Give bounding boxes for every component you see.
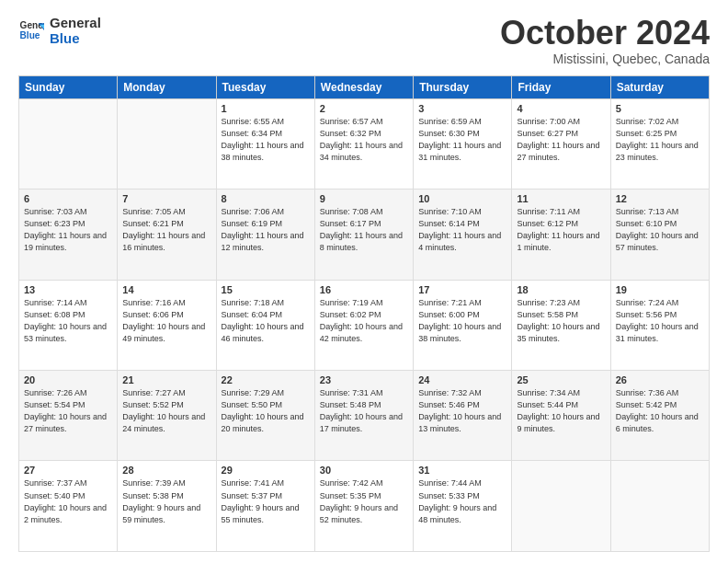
weekday-header-wednesday: Wednesday	[314, 75, 413, 98]
day-number: 3	[418, 103, 506, 114]
day-number: 5	[616, 103, 704, 114]
calendar-cell: 6Sunrise: 7:03 AM Sunset: 6:23 PM Daylig…	[19, 190, 118, 280]
calendar-cell: 29Sunrise: 7:41 AM Sunset: 5:37 PM Dayli…	[216, 461, 314, 552]
calendar-cell: 2Sunrise: 6:57 AM Sunset: 6:32 PM Daylig…	[314, 98, 413, 189]
day-info: Sunrise: 7:42 AM Sunset: 5:35 PM Dayligh…	[320, 477, 408, 525]
calendar-cell: 3Sunrise: 6:59 AM Sunset: 6:30 PM Daylig…	[414, 98, 512, 189]
calendar-cell: 15Sunrise: 7:18 AM Sunset: 6:04 PM Dayli…	[216, 280, 314, 370]
calendar-cell: 21Sunrise: 7:27 AM Sunset: 5:52 PM Dayli…	[118, 371, 216, 461]
calendar-cell: 27Sunrise: 7:37 AM Sunset: 5:40 PM Dayli…	[19, 461, 118, 552]
calendar-cell: 5Sunrise: 7:02 AM Sunset: 6:25 PM Daylig…	[610, 98, 709, 189]
day-info: Sunrise: 6:55 AM Sunset: 6:34 PM Dayligh…	[222, 116, 310, 164]
calendar-cell: 12Sunrise: 7:13 AM Sunset: 6:10 PM Dayli…	[610, 190, 709, 280]
day-number: 27	[24, 465, 112, 476]
week-row-4: 20Sunrise: 7:26 AM Sunset: 5:54 PM Dayli…	[19, 371, 710, 461]
logo: General Blue General Blue	[18, 15, 101, 47]
calendar-body: 1Sunrise: 6:55 AM Sunset: 6:34 PM Daylig…	[19, 98, 710, 551]
day-info: Sunrise: 7:23 AM Sunset: 5:58 PM Dayligh…	[517, 297, 605, 345]
day-number: 1	[222, 103, 310, 114]
day-number: 17	[418, 284, 506, 295]
calendar-cell: 4Sunrise: 7:00 AM Sunset: 6:27 PM Daylig…	[512, 98, 610, 189]
day-number: 14	[122, 284, 210, 295]
calendar-cell: 1Sunrise: 6:55 AM Sunset: 6:34 PM Daylig…	[216, 98, 314, 189]
day-info: Sunrise: 7:34 AM Sunset: 5:44 PM Dayligh…	[517, 387, 605, 435]
day-number: 28	[122, 465, 210, 476]
calendar-cell: 10Sunrise: 7:10 AM Sunset: 6:14 PM Dayli…	[414, 190, 512, 280]
calendar-cell: 14Sunrise: 7:16 AM Sunset: 6:06 PM Dayli…	[118, 280, 216, 370]
weekday-header-tuesday: Tuesday	[216, 75, 314, 98]
day-info: Sunrise: 7:16 AM Sunset: 6:06 PM Dayligh…	[122, 297, 210, 345]
calendar-cell	[610, 461, 709, 552]
day-number: 18	[517, 284, 605, 295]
calendar-cell: 20Sunrise: 7:26 AM Sunset: 5:54 PM Dayli…	[19, 371, 118, 461]
day-info: Sunrise: 7:39 AM Sunset: 5:38 PM Dayligh…	[122, 477, 210, 525]
calendar-cell: 13Sunrise: 7:14 AM Sunset: 6:08 PM Dayli…	[19, 280, 118, 370]
calendar-table: SundayMondayTuesdayWednesdayThursdayFrid…	[18, 75, 710, 552]
day-info: Sunrise: 7:21 AM Sunset: 6:00 PM Dayligh…	[418, 297, 506, 345]
calendar-cell	[118, 98, 216, 189]
day-info: Sunrise: 7:37 AM Sunset: 5:40 PM Dayligh…	[24, 477, 112, 525]
location-subtitle: Mistissini, Quebec, Canada	[500, 52, 710, 66]
day-info: Sunrise: 7:31 AM Sunset: 5:48 PM Dayligh…	[320, 387, 408, 435]
day-number: 30	[320, 465, 408, 476]
page: General Blue General Blue October 2024 M…	[0, 0, 728, 563]
weekday-header-saturday: Saturday	[610, 75, 709, 98]
logo-icon: General Blue	[18, 17, 44, 43]
day-info: Sunrise: 6:59 AM Sunset: 6:30 PM Dayligh…	[418, 116, 506, 164]
calendar-cell: 17Sunrise: 7:21 AM Sunset: 6:00 PM Dayli…	[414, 280, 512, 370]
day-number: 20	[24, 374, 112, 385]
day-info: Sunrise: 7:14 AM Sunset: 6:08 PM Dayligh…	[24, 297, 112, 345]
calendar-cell: 25Sunrise: 7:34 AM Sunset: 5:44 PM Dayli…	[512, 371, 610, 461]
day-number: 12	[616, 193, 704, 204]
logo-general: General	[50, 15, 101, 30]
calendar-cell: 8Sunrise: 7:06 AM Sunset: 6:19 PM Daylig…	[216, 190, 314, 280]
logo-blue: Blue	[50, 30, 101, 46]
day-info: Sunrise: 7:19 AM Sunset: 6:02 PM Dayligh…	[320, 297, 408, 345]
calendar-cell: 26Sunrise: 7:36 AM Sunset: 5:42 PM Dayli…	[610, 371, 709, 461]
day-number: 24	[418, 374, 506, 385]
day-info: Sunrise: 7:32 AM Sunset: 5:46 PM Dayligh…	[418, 387, 506, 435]
day-number: 11	[517, 193, 605, 204]
week-row-3: 13Sunrise: 7:14 AM Sunset: 6:08 PM Dayli…	[19, 280, 710, 370]
weekday-header-row: SundayMondayTuesdayWednesdayThursdayFrid…	[19, 75, 710, 98]
title-block: October 2024 Mistissini, Quebec, Canada	[500, 15, 710, 66]
svg-text:Blue: Blue	[20, 31, 40, 41]
calendar-cell: 23Sunrise: 7:31 AM Sunset: 5:48 PM Dayli…	[314, 371, 413, 461]
day-number: 22	[222, 374, 310, 385]
day-number: 23	[320, 374, 408, 385]
calendar-cell: 24Sunrise: 7:32 AM Sunset: 5:46 PM Dayli…	[414, 371, 512, 461]
day-info: Sunrise: 7:26 AM Sunset: 5:54 PM Dayligh…	[24, 387, 112, 435]
week-row-1: 1Sunrise: 6:55 AM Sunset: 6:34 PM Daylig…	[19, 98, 710, 189]
day-info: Sunrise: 7:06 AM Sunset: 6:19 PM Dayligh…	[222, 206, 310, 254]
weekday-header-thursday: Thursday	[414, 75, 512, 98]
day-number: 6	[24, 193, 112, 204]
day-info: Sunrise: 7:02 AM Sunset: 6:25 PM Dayligh…	[616, 116, 704, 164]
day-number: 16	[320, 284, 408, 295]
day-number: 9	[320, 193, 408, 204]
day-info: Sunrise: 7:29 AM Sunset: 5:50 PM Dayligh…	[222, 387, 310, 435]
day-number: 8	[222, 193, 310, 204]
day-number: 25	[517, 374, 605, 385]
weekday-header-monday: Monday	[118, 75, 216, 98]
day-number: 2	[320, 103, 408, 114]
day-number: 26	[616, 374, 704, 385]
day-number: 7	[122, 193, 210, 204]
calendar-cell: 9Sunrise: 7:08 AM Sunset: 6:17 PM Daylig…	[314, 190, 413, 280]
day-info: Sunrise: 7:13 AM Sunset: 6:10 PM Dayligh…	[616, 206, 704, 254]
day-info: Sunrise: 7:18 AM Sunset: 6:04 PM Dayligh…	[222, 297, 310, 345]
day-info: Sunrise: 6:57 AM Sunset: 6:32 PM Dayligh…	[320, 116, 408, 164]
calendar-cell: 22Sunrise: 7:29 AM Sunset: 5:50 PM Dayli…	[216, 371, 314, 461]
day-info: Sunrise: 7:41 AM Sunset: 5:37 PM Dayligh…	[222, 477, 310, 525]
day-number: 10	[418, 193, 506, 204]
day-number: 13	[24, 284, 112, 295]
day-number: 29	[222, 465, 310, 476]
day-info: Sunrise: 7:36 AM Sunset: 5:42 PM Dayligh…	[616, 387, 704, 435]
day-info: Sunrise: 7:11 AM Sunset: 6:12 PM Dayligh…	[517, 206, 605, 254]
weekday-header-friday: Friday	[512, 75, 610, 98]
day-number: 4	[517, 103, 605, 114]
day-info: Sunrise: 7:44 AM Sunset: 5:33 PM Dayligh…	[418, 477, 506, 525]
header: General Blue General Blue October 2024 M…	[18, 15, 710, 66]
calendar-cell: 30Sunrise: 7:42 AM Sunset: 5:35 PM Dayli…	[314, 461, 413, 552]
weekday-header-sunday: Sunday	[19, 75, 118, 98]
calendar-cell: 28Sunrise: 7:39 AM Sunset: 5:38 PM Dayli…	[118, 461, 216, 552]
